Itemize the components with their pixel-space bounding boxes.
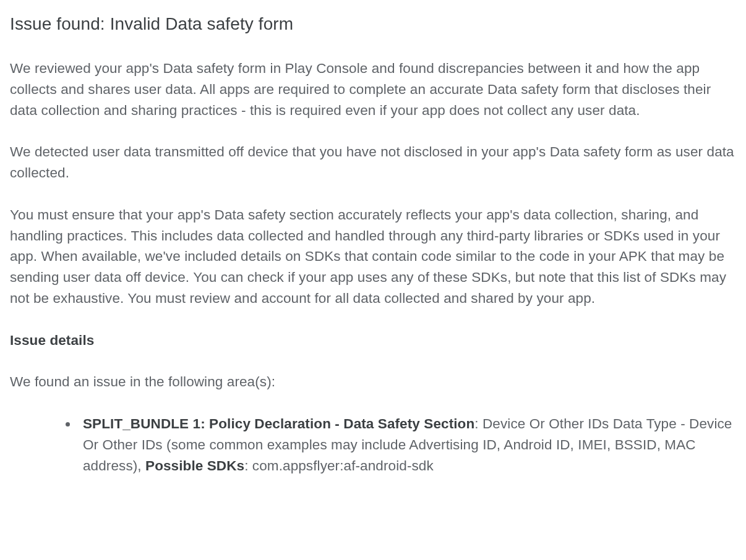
issue-text-2: : com.appsflyer:af-android-sdk xyxy=(244,458,434,473)
issue-bold-prefix: SPLIT_BUNDLE 1: Policy Declaration - Dat… xyxy=(83,416,474,431)
issue-bold-middle: Possible SDKs xyxy=(145,458,244,473)
paragraph-review: We reviewed your app's Data safety form … xyxy=(10,58,736,121)
paragraph-detected: We detected user data transmitted off de… xyxy=(10,142,736,184)
issue-list-item: SPLIT_BUNDLE 1: Policy Declaration - Dat… xyxy=(78,414,736,476)
issue-details-heading: Issue details xyxy=(10,330,736,351)
paragraph-ensure: You must ensure that your app's Data saf… xyxy=(10,205,736,309)
page-title: Issue found: Invalid Data safety form xyxy=(10,11,736,37)
issue-list: SPLIT_BUNDLE 1: Policy Declaration - Dat… xyxy=(10,414,736,476)
issue-details-intro: We found an issue in the following area(… xyxy=(10,371,736,392)
